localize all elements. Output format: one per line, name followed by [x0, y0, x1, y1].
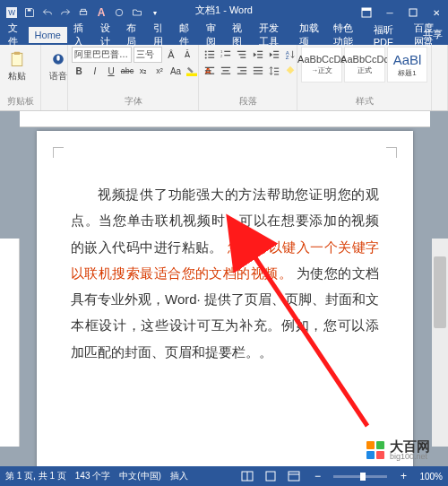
status-insert[interactable]: 插入: [170, 470, 188, 482]
shading-icon[interactable]: [283, 63, 297, 79]
ribbon-tabs: 文件 Home 插入 设计 布局 引用 邮件 审阅 视图 开发工具 加载项 特色…: [0, 25, 448, 45]
styles-group-label: 样式: [301, 94, 427, 108]
share-button[interactable]: 共享: [423, 28, 443, 41]
svg-rect-29: [273, 51, 279, 52]
svg-rect-22: [224, 55, 230, 56]
paste-label: 粘贴: [8, 70, 26, 82]
svg-text:2: 2: [220, 54, 223, 58]
document-page[interactable]: 视频提供了功能强大的方法帮助您证明您的观点。当您单击联机视频时，可以在想要添加的…: [37, 131, 413, 466]
web-layout-icon[interactable]: [287, 469, 301, 483]
superscript-button[interactable]: x²: [152, 63, 167, 79]
svg-rect-18: [208, 57, 214, 58]
svg-rect-35: [205, 70, 211, 71]
svg-rect-25: [240, 57, 246, 58]
svg-rect-37: [221, 67, 230, 68]
highlight-button[interactable]: [185, 63, 199, 79]
font-color-icon[interactable]: A: [95, 6, 108, 19]
align-left-icon[interactable]: [202, 63, 217, 79]
watermark-name: 大百网: [390, 439, 430, 453]
sort-icon[interactable]: AZ: [283, 47, 297, 63]
svg-rect-16: [208, 54, 214, 55]
save-icon[interactable]: [23, 6, 36, 19]
line-spacing-icon[interactable]: [267, 63, 281, 79]
zoom-out-icon[interactable]: −: [310, 469, 324, 483]
grow-font-icon[interactable]: Â: [164, 47, 178, 63]
vertical-scrollbar[interactable]: [432, 239, 448, 447]
clipboard-group-label: 剪贴板: [4, 94, 37, 108]
italic-button[interactable]: I: [88, 63, 102, 79]
svg-rect-24: [239, 54, 246, 55]
touch-mode-icon[interactable]: [113, 6, 125, 19]
status-words[interactable]: 143 个字: [75, 470, 110, 482]
undo-icon[interactable]: [41, 6, 54, 19]
svg-rect-38: [223, 70, 229, 71]
tab-home[interactable]: Home: [29, 27, 67, 43]
zoom-slider[interactable]: [333, 475, 387, 478]
svg-rect-31: [273, 57, 279, 58]
svg-rect-27: [257, 54, 263, 55]
ribbon-group-paragraph: 12 AZ ¶ 段落: [199, 45, 297, 110]
change-case-button[interactable]: Aa: [168, 63, 183, 79]
scrollbar-thumb[interactable]: [434, 256, 446, 328]
ribbon-group-editing: 编辑: [432, 45, 448, 110]
increase-indent-icon[interactable]: [267, 47, 281, 63]
svg-rect-4: [82, 9, 86, 11]
align-right-icon[interactable]: [235, 63, 249, 79]
strike-button[interactable]: abc: [120, 63, 134, 79]
status-lang[interactable]: 中文(中国): [119, 470, 161, 482]
numbering-icon[interactable]: 12: [219, 47, 233, 63]
vertical-ruler[interactable]: [0, 239, 20, 447]
svg-rect-53: [266, 472, 275, 481]
redo-icon[interactable]: [59, 6, 72, 19]
shrink-font-icon[interactable]: Ǎ: [180, 47, 194, 63]
word-app-icon: W: [5, 6, 18, 19]
svg-rect-34: [205, 67, 214, 68]
justify-icon[interactable]: [251, 63, 265, 79]
svg-text:Z: Z: [286, 55, 289, 60]
bold-button[interactable]: B: [72, 63, 86, 79]
open-icon[interactable]: [131, 6, 143, 19]
subscript-button[interactable]: x₂: [136, 63, 151, 79]
svg-rect-3: [80, 12, 87, 15]
svg-rect-8: [409, 9, 417, 16]
quick-access-toolbar: W A ▾: [0, 6, 161, 19]
zoom-slider-thumb[interactable]: [360, 473, 366, 481]
watermark: 大百网 big100.net: [365, 439, 430, 461]
print-layout-icon[interactable]: [263, 469, 278, 483]
svg-point-15: [205, 54, 207, 56]
print-icon[interactable]: [77, 6, 90, 19]
svg-rect-2: [28, 9, 31, 11]
crop-mark-icon: [53, 147, 64, 158]
svg-point-17: [205, 56, 207, 58]
font-name-select[interactable]: 阿里巴巴普…: [72, 47, 132, 63]
window-title: 文档1 - Word: [195, 4, 253, 17]
style-normal[interactable]: AaBbCcDc →正文: [301, 47, 342, 82]
status-bar: 第 1 页, 共 1 页 143 个字 中文(中国) 插入 − + 100%: [0, 466, 448, 486]
align-center-icon[interactable]: [219, 63, 233, 79]
horizontal-ruler[interactable]: [20, 111, 430, 127]
svg-rect-20: [224, 51, 230, 52]
font-size-select[interactable]: 三号: [134, 47, 162, 63]
svg-rect-36: [205, 74, 214, 74]
voice-label: 语音: [49, 70, 67, 82]
bullets-icon[interactable]: [202, 47, 217, 63]
style-heading1[interactable]: AaBl 标题1: [387, 47, 427, 82]
svg-rect-47: [274, 71, 279, 72]
read-mode-icon[interactable]: [240, 469, 254, 483]
decrease-indent-icon[interactable]: [251, 47, 265, 63]
style-formal[interactable]: AaBbCcDc 正式: [344, 47, 385, 82]
multilevel-list-icon[interactable]: [235, 47, 249, 63]
document-paragraph[interactable]: 视频提供了功能强大的方法帮助您证明您的观点。当您单击联机视频时，可以在想要添加的…: [71, 181, 379, 365]
svg-rect-10: [14, 52, 21, 55]
status-page[interactable]: 第 1 页, 共 1 页: [5, 470, 66, 482]
watermark-url: big100.net: [390, 453, 430, 461]
zoom-in-icon[interactable]: +: [396, 469, 410, 483]
paste-button[interactable]: 粘贴: [4, 47, 30, 86]
qat-dropdown-icon[interactable]: ▾: [149, 6, 161, 19]
svg-rect-39: [221, 74, 230, 74]
font-group-label: 字体: [72, 94, 194, 108]
underline-button[interactable]: U: [104, 63, 118, 79]
svg-rect-48: [274, 74, 279, 74]
svg-rect-46: [274, 68, 279, 69]
zoom-level[interactable]: 100%: [419, 472, 443, 482]
